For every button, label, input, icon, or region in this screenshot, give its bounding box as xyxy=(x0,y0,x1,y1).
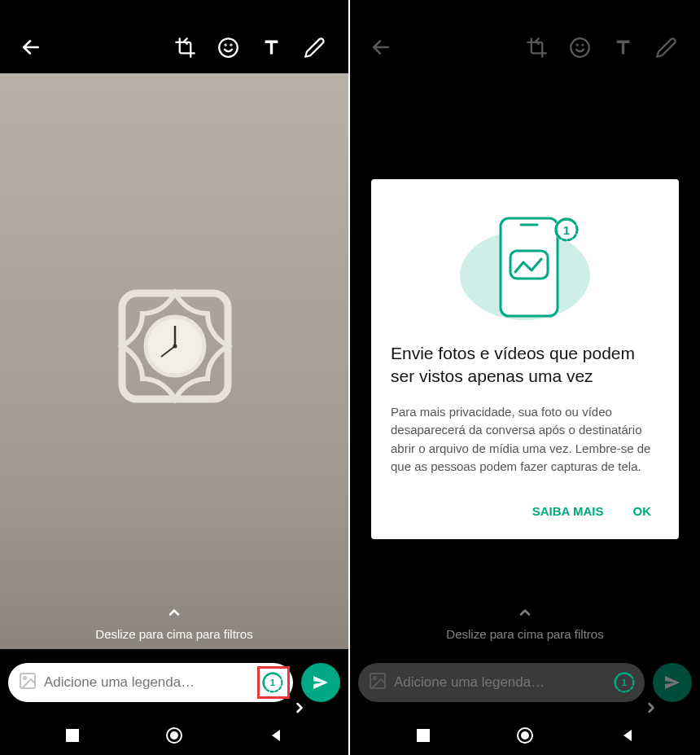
back-arrow-icon xyxy=(370,37,392,58)
chevron-up-icon xyxy=(166,604,182,621)
caption-input[interactable] xyxy=(394,674,610,691)
svg-point-19 xyxy=(582,44,583,45)
text-icon xyxy=(260,37,282,59)
caption-input[interactable] xyxy=(44,674,259,691)
back-button[interactable] xyxy=(362,29,400,69)
pencil-icon xyxy=(655,37,677,59)
send-button[interactable] xyxy=(301,663,340,702)
back-arrow-icon xyxy=(20,37,42,58)
svg-point-2 xyxy=(225,44,226,45)
caption-pill: 1 xyxy=(358,663,645,702)
send-icon xyxy=(663,673,682,692)
crop-rotate-icon xyxy=(526,37,548,59)
nav-back-button[interactable] xyxy=(600,720,655,754)
recent-apps-button[interactable] xyxy=(396,720,451,754)
svg-point-8 xyxy=(173,345,177,349)
editor-toolbar xyxy=(0,0,348,73)
caption-pill: 1 xyxy=(8,663,293,702)
android-nav-bar xyxy=(350,718,700,755)
home-icon xyxy=(165,726,183,744)
view-once-icon: 1 xyxy=(613,671,636,694)
caption-row: 1 xyxy=(8,663,340,702)
dialog-title: Envie fotos e vídeos que podem ser visto… xyxy=(391,342,659,388)
emoji-button[interactable] xyxy=(207,29,250,70)
wall-clock-photo xyxy=(114,285,236,407)
screen-media-editor: Deslize para cima para filtros 1 xyxy=(0,0,350,755)
caption-row: 1 xyxy=(358,663,692,702)
swipe-hint-label: Deslize para cima para filtros xyxy=(446,627,603,641)
home-button[interactable] xyxy=(496,718,554,756)
pencil-icon xyxy=(304,37,326,59)
swipe-hint-label: Deslize para cima para filtros xyxy=(95,627,252,641)
screen-view-once-dialog: Deslize para cima para filtros 1 xyxy=(350,0,700,755)
svg-point-17 xyxy=(571,38,589,57)
svg-point-15 xyxy=(170,731,178,740)
chevron-right-icon xyxy=(291,700,308,719)
dialog-body: Para mais privacidade, sua foto ou vídeo… xyxy=(391,403,659,476)
nav-back-button[interactable] xyxy=(248,720,304,754)
gallery-icon[interactable] xyxy=(18,671,37,694)
crop-rotate-icon xyxy=(174,37,196,59)
svg-point-18 xyxy=(577,44,578,45)
send-button[interactable] xyxy=(653,663,692,702)
recent-apps-button[interactable] xyxy=(45,720,100,754)
emoji-icon xyxy=(569,37,591,59)
dialog-illustration: 1 xyxy=(391,202,659,324)
recent-apps-icon xyxy=(416,728,431,743)
view-once-info-dialog: 1 Envie fotos e vídeos que podem ser vis… xyxy=(371,179,679,539)
back-button[interactable] xyxy=(12,29,50,69)
draw-button[interactable] xyxy=(645,29,688,70)
home-button[interactable] xyxy=(145,718,203,756)
text-button[interactable] xyxy=(602,29,645,70)
editor-toolbar xyxy=(350,0,700,73)
svg-point-10 xyxy=(24,677,26,679)
gallery-icon[interactable] xyxy=(368,671,387,694)
text-icon xyxy=(612,37,634,59)
svg-rect-13 xyxy=(66,729,79,742)
svg-point-1 xyxy=(219,38,238,57)
emoji-button[interactable] xyxy=(558,29,602,70)
crop-rotate-button[interactable] xyxy=(515,29,558,70)
view-once-button[interactable]: 1 xyxy=(610,669,638,696)
ok-button[interactable]: OK xyxy=(630,498,655,525)
svg-text:1: 1 xyxy=(622,678,627,687)
swipe-hint: Deslize para cima para filtros xyxy=(0,604,348,641)
nav-back-icon xyxy=(620,728,635,743)
emoji-icon xyxy=(217,37,239,59)
svg-rect-30 xyxy=(510,251,548,279)
svg-point-21 xyxy=(374,677,376,679)
crop-rotate-button[interactable] xyxy=(164,29,207,70)
learn-more-button[interactable]: SAIBA MAIS xyxy=(529,498,607,525)
svg-text:1: 1 xyxy=(563,223,570,237)
svg-point-26 xyxy=(521,731,529,740)
svg-rect-24 xyxy=(417,729,430,742)
chevron-right-icon xyxy=(643,700,659,719)
media-preview: Deslize para cima para filtros xyxy=(0,73,348,649)
send-icon xyxy=(311,673,330,692)
tutorial-highlight xyxy=(257,666,290,699)
home-icon xyxy=(516,726,534,744)
draw-button[interactable] xyxy=(293,29,336,70)
nav-back-icon xyxy=(269,728,283,743)
dialog-actions: SAIBA MAIS OK xyxy=(391,498,659,529)
swipe-hint: Deslize para cima para filtros xyxy=(350,604,700,641)
svg-point-3 xyxy=(230,44,231,45)
recent-apps-icon xyxy=(65,728,80,743)
android-nav-bar xyxy=(0,718,348,755)
text-button[interactable] xyxy=(250,29,293,70)
chevron-up-icon xyxy=(517,604,533,621)
